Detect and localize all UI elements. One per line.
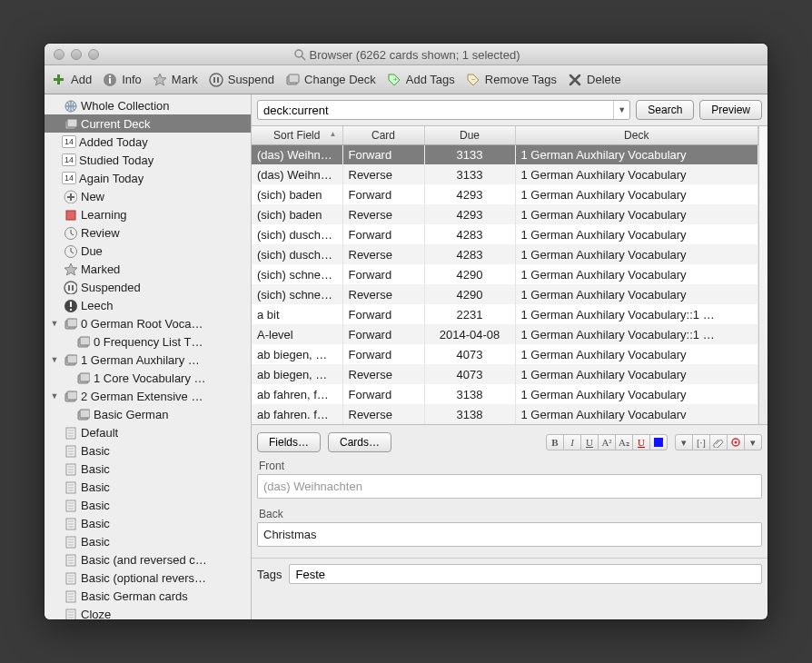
sidebar-item[interactable]: ▼2 German Extensive … xyxy=(45,387,251,405)
plus2-icon xyxy=(62,190,78,203)
table-row[interactable]: ab biegen, …Reverse40731 German Auxhilar… xyxy=(252,364,758,384)
sidebar-item[interactable]: Basic xyxy=(45,496,251,514)
suspend-button[interactable]: Suspend xyxy=(209,73,274,87)
sidebar-item[interactable]: ▼1 German Auxhilary … xyxy=(45,351,251,369)
deck-icon xyxy=(74,371,91,385)
attach-button[interactable] xyxy=(709,434,728,450)
removetags-button[interactable]: Remove Tags xyxy=(466,73,557,87)
tags-input[interactable] xyxy=(289,564,762,584)
sidebar-item[interactable]: Basic xyxy=(45,441,251,460)
sidebar-item[interactable]: Leech xyxy=(45,296,251,314)
sidebar-item[interactable]: Due xyxy=(45,242,251,260)
extra-buttons: ▾ [·] ▾ xyxy=(675,434,762,450)
window-controls[interactable] xyxy=(45,49,99,60)
info-icon xyxy=(103,73,117,87)
note-icon xyxy=(62,535,78,549)
minimize-dot[interactable] xyxy=(71,49,82,60)
search-box[interactable]: ▼ xyxy=(257,100,630,120)
bold-button[interactable]: B xyxy=(546,434,564,450)
table-row[interactable]: A-levelForward2014-04-081 German Auxhila… xyxy=(252,324,758,344)
subscript-button[interactable]: A₂ xyxy=(615,434,633,450)
sidebar-item[interactable]: Basic xyxy=(45,532,251,550)
table-row[interactable]: a bitForward22311 German Auxhilary Vocab… xyxy=(252,304,758,324)
sidebar-item[interactable]: 14Again Today xyxy=(45,169,251,187)
mark-button[interactable]: Mark xyxy=(153,73,198,87)
sidebar-item[interactable]: 14Studied Today xyxy=(45,151,251,169)
table-row[interactable]: ab fahren, f…Forward31381 German Auxhila… xyxy=(252,384,758,404)
sidebar-item[interactable]: Review xyxy=(45,223,251,242)
sidebar-item[interactable]: Basic (and reversed c… xyxy=(45,550,251,569)
col-sortfield[interactable]: Sort Field xyxy=(252,126,342,144)
sidebar-item[interactable]: Marked xyxy=(45,260,251,278)
sidebar-item[interactable]: 14Added Today xyxy=(45,133,251,151)
sidebar[interactable]: Whole CollectionCurrent Deck14Added Toda… xyxy=(45,94,252,619)
pause-icon xyxy=(62,281,78,294)
sidebar-item[interactable]: New xyxy=(45,187,251,205)
info-button[interactable]: Info xyxy=(103,73,142,87)
sidebar-item[interactable]: Basic xyxy=(45,514,251,532)
col-due[interactable]: Due xyxy=(424,126,515,144)
sidebar-item[interactable]: Cloze xyxy=(45,605,251,619)
table-row[interactable]: (sich) schne…Forward42901 German Auxhila… xyxy=(252,264,758,284)
table-row[interactable]: (sich) dusch…Reverse42831 German Auxhila… xyxy=(252,244,758,264)
table-row[interactable]: (sich) schne…Reverse42901 German Auxhila… xyxy=(252,284,758,304)
col-card[interactable]: Card xyxy=(342,126,424,144)
table-row[interactable]: ab fahren. f…Reverse31381 German Auxhila… xyxy=(252,404,758,424)
front-field[interactable]: (das) Weihnachten xyxy=(257,474,762,499)
note-icon xyxy=(62,499,78,512)
table-row[interactable]: (das) Weihn…Forward31331 German Auxhilar… xyxy=(252,144,758,164)
table-row[interactable]: (sich) badenForward42931 German Auxhilar… xyxy=(252,184,758,204)
clear-format-button[interactable]: U xyxy=(632,434,650,450)
more-button[interactable]: ▾ xyxy=(744,434,762,450)
preview-button[interactable]: Preview xyxy=(699,100,762,120)
search-input[interactable] xyxy=(258,101,613,119)
table-row[interactable]: ab biegen, …Forward40731 German Auxhilar… xyxy=(252,344,758,364)
cloze-button[interactable]: [·] xyxy=(692,434,710,450)
sidebar-item[interactable]: Basic xyxy=(45,460,251,478)
table-row[interactable]: (das) Weihn…Reverse31331 German Auxhilar… xyxy=(252,164,758,184)
sidebar-item[interactable]: Basic German cards xyxy=(45,587,251,605)
sidebar-item[interactable]: Basic xyxy=(45,478,251,496)
superscript-button[interactable]: A² xyxy=(598,434,616,450)
sidebar-item[interactable]: Current Deck xyxy=(45,114,251,133)
sidebar-item[interactable]: 0 Frequency List T… xyxy=(45,332,251,351)
color-button[interactable] xyxy=(649,434,668,450)
sidebar-item[interactable]: Default xyxy=(45,423,251,441)
cards-button[interactable]: Cards… xyxy=(328,432,391,452)
fields-button[interactable]: Fields… xyxy=(257,432,321,452)
card-table: Sort Field Card Due Deck (das) Weihn…For… xyxy=(252,125,767,425)
italic-button[interactable]: I xyxy=(563,434,581,450)
sidebar-item[interactable]: Basic (optional revers… xyxy=(45,569,251,587)
record-button[interactable] xyxy=(727,434,745,450)
table-row[interactable]: (sich) badenReverse42931 German Auxhilar… xyxy=(252,204,758,224)
star-icon xyxy=(62,262,78,276)
sidebar-item[interactable]: Basic German xyxy=(45,405,251,423)
sidebar-item[interactable]: Learning xyxy=(45,205,251,223)
tagminus-icon xyxy=(466,73,480,87)
zoom-dot[interactable] xyxy=(88,49,99,60)
table-row[interactable]: (sich) dusch…Forward42831 German Auxhila… xyxy=(252,224,758,244)
search-button[interactable]: Search xyxy=(636,100,694,120)
search-row: ▼ Search Preview xyxy=(252,94,767,125)
sidebar-item[interactable]: Whole Collection xyxy=(45,96,251,114)
sidebar-item[interactable]: 1 Core Vocabulary … xyxy=(45,369,251,387)
search-history-dropdown[interactable]: ▼ xyxy=(613,101,629,119)
sidebar-item[interactable]: ▼0 German Root Voca… xyxy=(45,314,251,332)
deck-icon xyxy=(74,335,91,349)
note-icon xyxy=(62,571,78,585)
col-deck[interactable]: Deck xyxy=(515,126,758,144)
delete-button[interactable]: Delete xyxy=(568,73,621,87)
addtags-button[interactable]: Add Tags xyxy=(387,73,455,87)
back-field[interactable]: Christmas xyxy=(257,522,762,547)
close-dot[interactable] xyxy=(54,49,64,60)
star-icon xyxy=(153,73,167,87)
add-button[interactable]: Add xyxy=(52,73,92,87)
table-scrollbar[interactable] xyxy=(758,126,767,424)
browser-window: Browser (6262 cards shown; 1 selected) A… xyxy=(45,44,767,619)
underline-button[interactable]: U xyxy=(580,434,599,450)
sidebar-item[interactable]: Suspended xyxy=(45,278,251,296)
clock-icon xyxy=(62,226,78,240)
changedeck-button[interactable]: Change Deck xyxy=(285,73,376,87)
color-picker-button[interactable]: ▾ xyxy=(675,434,693,450)
note-icon xyxy=(62,608,78,620)
